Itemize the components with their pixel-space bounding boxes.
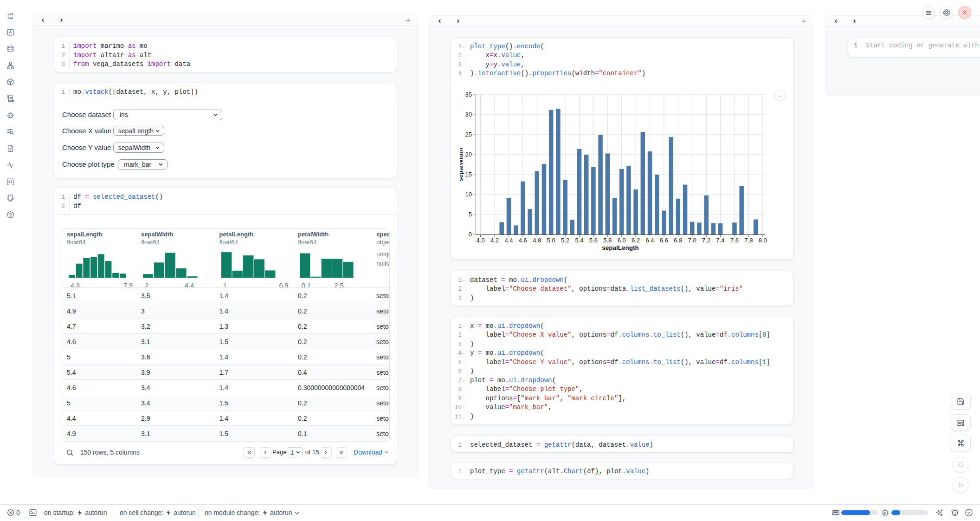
svg-text:6.8: 6.8 [674, 236, 682, 243]
svg-text:8.0: 8.0 [759, 236, 767, 243]
svg-text:5.6: 5.6 [589, 236, 598, 243]
svg-text:5: 5 [469, 211, 472, 218]
svg-text:4.6: 4.6 [519, 236, 527, 243]
svg-text:4.4: 4.4 [504, 236, 513, 243]
svg-text:5.4: 5.4 [575, 236, 583, 243]
svg-text:0: 0 [469, 231, 472, 238]
svg-text:6.2: 6.2 [632, 236, 640, 243]
svg-text:25: 25 [465, 130, 472, 137]
svg-text:4.2: 4.2 [490, 236, 499, 243]
svg-text:6.4: 6.4 [645, 236, 654, 243]
svg-text:35: 35 [465, 91, 472, 98]
svg-text:5.8: 5.8 [603, 236, 612, 243]
svg-text:7.0: 7.0 [688, 236, 696, 243]
svg-text:7.8: 7.8 [744, 236, 753, 243]
svg-text:5.0: 5.0 [547, 236, 555, 243]
svg-text:4.8: 4.8 [533, 236, 541, 243]
svg-text:6.6: 6.6 [660, 236, 668, 243]
svg-text:sepalWidth: sepalWidth [460, 148, 464, 181]
svg-text:7.4: 7.4 [716, 236, 725, 243]
svg-text:5.2: 5.2 [561, 236, 569, 243]
svg-text:7.2: 7.2 [702, 236, 710, 243]
svg-text:7.6: 7.6 [730, 236, 739, 243]
svg-text:4.0: 4.0 [477, 236, 485, 243]
svg-text:10: 10 [465, 191, 472, 198]
svg-text:15: 15 [465, 171, 472, 178]
svg-text:30: 30 [465, 111, 472, 117]
svg-text:6.0: 6.0 [618, 236, 626, 243]
svg-text:sepalLength: sepalLength [602, 244, 639, 251]
svg-text:20: 20 [465, 151, 472, 158]
